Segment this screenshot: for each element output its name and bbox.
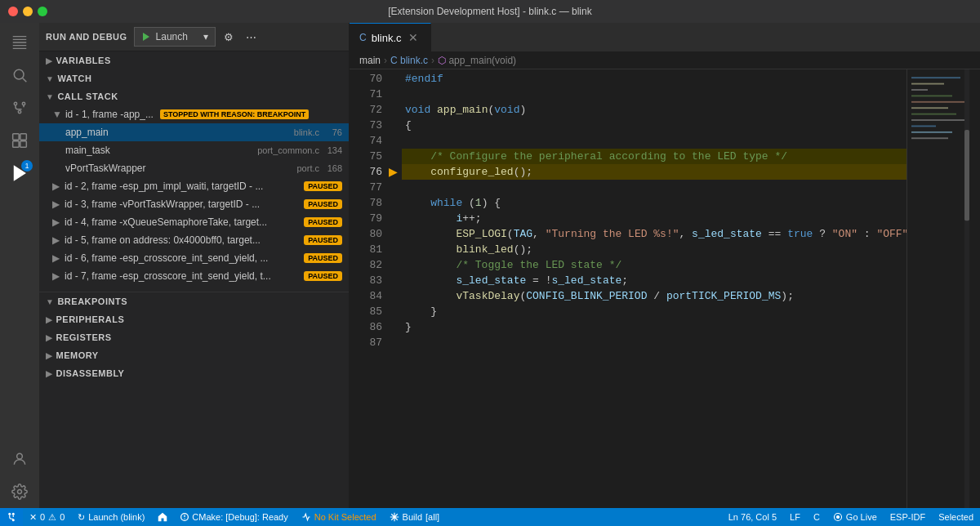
registers-section-header[interactable]: ▶ REGISTERS (39, 328, 349, 346)
paused-badge-7: PAUSED (304, 271, 342, 281)
call-stack-chevron: ▼ (46, 92, 54, 101)
breadcrumb-function[interactable]: ⬡ app_main(void) (438, 55, 516, 66)
frame-app-main[interactable]: app_main blink.c 76 (39, 123, 349, 141)
stopped-badge: STOPPED WITH REASON: BREAKPOINT (160, 109, 309, 119)
svg-rect-8 (20, 141, 27, 148)
variables-label: VARIABLES (56, 56, 111, 65)
status-encoding[interactable]: LF (783, 508, 807, 526)
svg-point-32 (185, 518, 185, 519)
launch-selector[interactable]: Launch ▾ (134, 27, 216, 47)
frame-main-task[interactable]: main_task port_common.c 134 (39, 141, 349, 159)
tab-blink-c[interactable]: C blink.c ✕ (350, 23, 431, 51)
call-stack-frame-3[interactable]: ▶id - 3, frame -vPortTaskWrapper, target… (39, 195, 349, 213)
status-line-col[interactable]: Ln 76, Col 5 (722, 508, 783, 526)
status-errors[interactable]: ✕ 0 ⚠ 0 (23, 508, 71, 526)
build-target: [all] (425, 512, 439, 522)
svg-point-29 (12, 513, 15, 515)
fn-vporttaskwrapper: vPortTaskWrapper (65, 163, 145, 174)
cmake-status: CMake: [Debug]: Ready (192, 512, 287, 522)
minimize-button[interactable] (23, 7, 33, 16)
code-line-78: while (1) { (402, 195, 906, 211)
status-kit[interactable]: No Kit Selected (295, 508, 383, 526)
frame-vporttaskwrapper[interactable]: vPortTaskWrapper port.c 168 (39, 159, 349, 177)
debug-badge: 1 (21, 160, 33, 172)
variables-section-header[interactable]: ▶ VARIABLES (39, 51, 349, 69)
svg-point-3 (22, 102, 24, 105)
sidebar-item-explorer[interactable] (3, 26, 36, 59)
sidebar-item-search[interactable] (3, 59, 36, 91)
svg-rect-23 (911, 132, 952, 133)
svg-rect-18 (911, 101, 969, 103)
status-home[interactable] (151, 508, 174, 526)
svg-rect-16 (911, 89, 928, 91)
svg-marker-12 (143, 33, 149, 41)
breadcrumb-file[interactable]: C blink.c (390, 55, 428, 66)
c-file-icon: C (359, 32, 367, 43)
build-label: Build (403, 512, 422, 522)
launch-label: Launch (156, 31, 188, 42)
call-stack-frame-1[interactable]: ▼ id - 1, frame -app_... STOPPED WITH RE… (39, 105, 349, 123)
paused-badge-2: PAUSED (304, 181, 342, 191)
code-line-74 (402, 133, 906, 149)
more-actions-button[interactable]: ⋯ (242, 27, 261, 47)
frame-5-label: id - 5, frame on address: 0x4000bff0, ta… (65, 234, 261, 246)
code-content[interactable]: #endif void app_main(void) { /* Configur… (402, 69, 906, 508)
watch-label: WATCH (57, 74, 91, 83)
breadcrumb-main[interactable]: main (359, 55, 381, 66)
code-line-76: configure_led(); (402, 164, 906, 180)
debug-arrow-icon: ▶ (389, 164, 398, 180)
fn-app-main: app_main (65, 127, 109, 138)
status-branch[interactable] (0, 508, 23, 526)
svg-point-0 (14, 69, 24, 79)
sidebar-item-settings[interactable] (3, 475, 36, 508)
status-build[interactable]: Build [all] (383, 508, 447, 526)
status-esp-idf[interactable]: ESP-IDF (884, 508, 932, 526)
code-line-75: /* Configure the peripheral according to… (402, 149, 906, 164)
call-stack-frame-7[interactable]: ▶id - 7, frame -esp_crosscore_int_send_y… (39, 267, 349, 285)
encoding: LF (790, 512, 800, 522)
line-76: 76 (326, 127, 342, 137)
code-line-81: blink_led(); (402, 242, 906, 257)
status-launch[interactable]: ↻ Launch (blink) (71, 508, 151, 526)
sidebar-item-debug[interactable]: 1 (3, 157, 36, 189)
window-controls[interactable] (8, 7, 47, 16)
status-selected[interactable]: Selected (932, 508, 980, 526)
memory-section-header[interactable]: ▶ MEMORY (39, 346, 349, 364)
breakpoints-section-header[interactable]: ▼ BREAKPOINTS (39, 292, 349, 310)
line-134: 134 (326, 145, 342, 155)
selected-label: Selected (938, 512, 973, 522)
sidebar-item-extensions[interactable] (3, 124, 36, 157)
variables-chevron: ▶ (46, 56, 53, 65)
svg-rect-7 (13, 141, 20, 148)
titlebar: [Extension Development Host] - blink.c —… (0, 0, 980, 23)
maximize-button[interactable] (38, 7, 47, 16)
status-go-live[interactable]: Go Live (826, 508, 884, 526)
call-stack-frame-4[interactable]: ▶id - 4, frame -xQueueSemaphoreTake, tar… (39, 213, 349, 231)
call-stack-section-header[interactable]: ▼ CALL STACK (39, 87, 349, 105)
code-line-70: #endif (402, 71, 906, 87)
call-stack-frame-6[interactable]: ▶id - 6, frame -esp_crosscore_int_send_y… (39, 249, 349, 267)
call-stack-frame-5[interactable]: ▶id - 5, frame on address: 0x4000bff0, t… (39, 231, 349, 249)
settings-gear-button[interactable]: ⚙ (219, 27, 238, 47)
line-col: Ln 76, Col 5 (728, 512, 777, 522)
code-line-80: ESP_LOGI(TAG, "Turning the LED %s!", s_l… (402, 226, 906, 242)
close-button[interactable] (8, 7, 18, 16)
sidebar-item-accounts[interactable] (3, 443, 36, 475)
code-line-85: } (402, 304, 906, 319)
frame-1-label: id - 1, frame -app_... (65, 109, 154, 120)
status-cmake[interactable]: CMake: [Debug]: Ready (174, 508, 294, 526)
status-language[interactable]: C (807, 508, 826, 526)
sidebar-item-source-control[interactable] (3, 91, 36, 124)
watch-section-header[interactable]: ▼ WATCH (39, 69, 349, 87)
sidebar: RUN AND DEBUG Launch ▾ ⚙ ⋯ ▶ VARIABLES ▼… (39, 23, 350, 508)
tab-close-button[interactable]: ✕ (407, 31, 420, 44)
peripherals-label: PERIPHERALS (56, 314, 125, 324)
frame-6-label: id - 6, frame -esp_crosscore_int_send_yi… (65, 252, 268, 264)
call-stack-frame-2[interactable]: ▶id - 2, frame -esp_pm_impl_waiti, targe… (39, 177, 349, 195)
svg-rect-6 (20, 134, 27, 140)
paused-badge-3: PAUSED (304, 199, 342, 209)
frame-7-label: id - 7, frame -esp_crosscore_int_send_yi… (65, 270, 271, 282)
peripherals-section-header[interactable]: ▶ PERIPHERALS (39, 310, 349, 328)
disassembly-section-header[interactable]: ▶ DISASSEMBLY (39, 364, 349, 382)
line-numbers: 70 71 72 73 74 75 76 77 78 79 80 81 82 8… (350, 69, 389, 508)
